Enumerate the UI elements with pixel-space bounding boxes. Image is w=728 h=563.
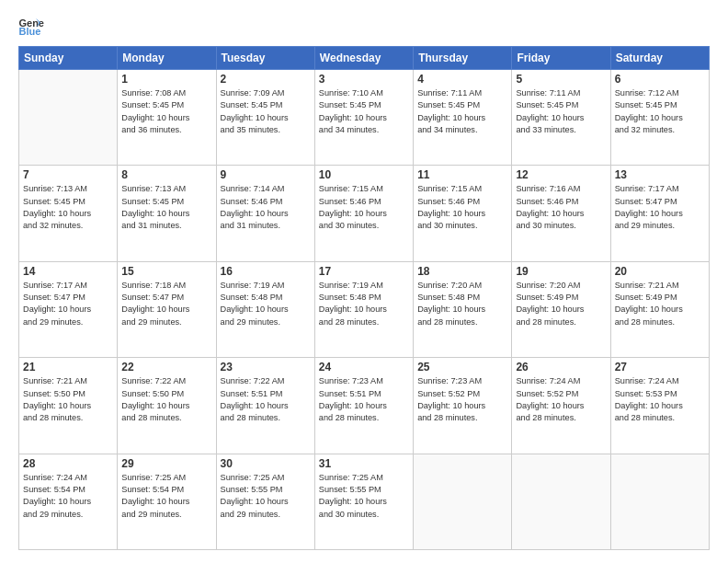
calendar-cell [610,454,709,549]
day-info: Sunrise: 7:10 AMSunset: 5:45 PMDaylight:… [319,87,409,136]
day-info: Sunrise: 7:25 AMSunset: 5:55 PMDaylight:… [319,472,409,521]
day-info: Sunrise: 7:21 AMSunset: 5:50 PMDaylight:… [23,375,113,424]
calendar-cell: 8Sunrise: 7:13 AMSunset: 5:45 PMDaylight… [118,166,216,261]
day-info: Sunrise: 7:11 AMSunset: 5:45 PMDaylight:… [516,87,606,136]
day-number: 20 [615,265,705,278]
day-number: 25 [417,361,507,373]
day-info: Sunrise: 7:14 AMSunset: 5:46 PMDaylight:… [221,183,311,232]
day-number: 2 [221,73,311,86]
calendar-cell: 18Sunrise: 7:20 AMSunset: 5:48 PMDayligh… [414,261,512,357]
day-info: Sunrise: 7:20 AMSunset: 5:48 PMDaylight:… [417,280,507,328]
calendar-cell: 17Sunrise: 7:19 AMSunset: 5:48 PMDayligh… [314,261,413,357]
calendar-cell: 20Sunrise: 7:21 AMSunset: 5:49 PMDayligh… [610,261,709,357]
weekday-header-sunday: Sunday [19,47,118,70]
calendar-cell: 26Sunrise: 7:24 AMSunset: 5:52 PMDayligh… [512,358,610,454]
day-info: Sunrise: 7:19 AMSunset: 5:48 PMDaylight:… [319,280,409,328]
calendar-cell [512,454,610,549]
day-number: 22 [121,361,211,373]
day-info: Sunrise: 7:16 AMSunset: 5:46 PMDaylight:… [516,183,606,232]
day-info: Sunrise: 7:24 AMSunset: 5:54 PMDaylight:… [23,472,113,521]
calendar-cell: 13Sunrise: 7:17 AMSunset: 5:47 PMDayligh… [610,166,709,261]
page: General Blue SundayMondayTuesdayWednesda… [0,0,728,563]
weekday-header-tuesday: Tuesday [216,47,314,70]
logo-icon: General Blue [18,17,44,37]
day-info: Sunrise: 7:25 AMSunset: 5:55 PMDaylight:… [221,472,311,521]
day-number: 17 [319,265,409,278]
calendar-cell: 11Sunrise: 7:15 AMSunset: 5:46 PMDayligh… [414,166,512,261]
svg-text:Blue: Blue [18,26,40,37]
calendar-cell: 2Sunrise: 7:09 AMSunset: 5:45 PMDaylight… [216,70,314,166]
calendar-cell: 3Sunrise: 7:10 AMSunset: 5:45 PMDaylight… [314,70,413,166]
day-number: 15 [121,265,211,278]
calendar-cell [19,70,118,166]
day-number: 28 [23,457,113,470]
day-info: Sunrise: 7:25 AMSunset: 5:54 PMDaylight:… [121,472,211,521]
calendar-cell: 30Sunrise: 7:25 AMSunset: 5:55 PMDayligh… [216,454,314,549]
day-info: Sunrise: 7:17 AMSunset: 5:47 PMDaylight:… [615,183,705,232]
calendar-body: 1Sunrise: 7:08 AMSunset: 5:45 PMDaylight… [19,70,710,550]
day-number: 4 [417,73,507,86]
header: General Blue [18,17,710,37]
weekday-header-monday: Monday [118,47,216,70]
calendar-cell: 9Sunrise: 7:14 AMSunset: 5:46 PMDaylight… [216,166,314,261]
day-info: Sunrise: 7:11 AMSunset: 5:45 PMDaylight:… [417,87,507,136]
weekday-header-saturday: Saturday [610,47,709,70]
day-number: 29 [121,457,211,470]
day-number: 23 [221,361,311,373]
day-number: 19 [516,265,606,278]
day-number: 14 [23,265,113,278]
logo: General Blue [18,17,48,37]
week-row-4: 28Sunrise: 7:24 AMSunset: 5:54 PMDayligh… [19,454,710,549]
calendar-cell: 25Sunrise: 7:23 AMSunset: 5:52 PMDayligh… [414,358,512,454]
calendar-cell: 29Sunrise: 7:25 AMSunset: 5:54 PMDayligh… [118,454,216,549]
day-info: Sunrise: 7:08 AMSunset: 5:45 PMDaylight:… [121,87,211,136]
calendar-cell: 21Sunrise: 7:21 AMSunset: 5:50 PMDayligh… [19,358,118,454]
day-number: 1 [121,73,211,86]
day-number: 18 [417,265,507,278]
day-number: 6 [615,73,705,86]
day-info: Sunrise: 7:22 AMSunset: 5:51 PMDaylight:… [221,375,311,424]
day-number: 16 [221,265,311,278]
calendar-cell: 28Sunrise: 7:24 AMSunset: 5:54 PMDayligh… [19,454,118,549]
day-number: 13 [615,168,705,181]
calendar-cell: 14Sunrise: 7:17 AMSunset: 5:47 PMDayligh… [19,261,118,357]
day-info: Sunrise: 7:18 AMSunset: 5:47 PMDaylight:… [121,280,211,328]
day-info: Sunrise: 7:17 AMSunset: 5:47 PMDaylight:… [23,280,113,328]
calendar-cell [414,454,512,549]
calendar-header: SundayMondayTuesdayWednesdayThursdayFrid… [19,47,710,70]
day-number: 27 [615,361,705,373]
day-info: Sunrise: 7:23 AMSunset: 5:52 PMDaylight:… [417,375,507,424]
day-info: Sunrise: 7:21 AMSunset: 5:49 PMDaylight:… [615,280,705,328]
calendar-cell: 12Sunrise: 7:16 AMSunset: 5:46 PMDayligh… [512,166,610,261]
calendar-cell: 10Sunrise: 7:15 AMSunset: 5:46 PMDayligh… [314,166,413,261]
weekday-header-wednesday: Wednesday [314,47,413,70]
calendar-cell: 7Sunrise: 7:13 AMSunset: 5:45 PMDaylight… [19,166,118,261]
day-info: Sunrise: 7:24 AMSunset: 5:52 PMDaylight:… [516,375,606,424]
calendar-cell: 6Sunrise: 7:12 AMSunset: 5:45 PMDaylight… [610,70,709,166]
calendar-cell: 1Sunrise: 7:08 AMSunset: 5:45 PMDaylight… [118,70,216,166]
day-info: Sunrise: 7:12 AMSunset: 5:45 PMDaylight:… [615,87,705,136]
calendar-cell: 24Sunrise: 7:23 AMSunset: 5:51 PMDayligh… [314,358,413,454]
day-info: Sunrise: 7:24 AMSunset: 5:53 PMDaylight:… [615,375,705,424]
week-row-0: 1Sunrise: 7:08 AMSunset: 5:45 PMDaylight… [19,70,710,166]
calendar-cell: 16Sunrise: 7:19 AMSunset: 5:48 PMDayligh… [216,261,314,357]
day-number: 3 [319,73,409,86]
weekday-row: SundayMondayTuesdayWednesdayThursdayFrid… [19,47,710,70]
day-number: 8 [121,168,211,181]
day-info: Sunrise: 7:13 AMSunset: 5:45 PMDaylight:… [23,183,113,232]
day-number: 9 [221,168,311,181]
day-number: 24 [319,361,409,373]
day-info: Sunrise: 7:20 AMSunset: 5:49 PMDaylight:… [516,280,606,328]
day-info: Sunrise: 7:23 AMSunset: 5:51 PMDaylight:… [319,375,409,424]
calendar-cell: 5Sunrise: 7:11 AMSunset: 5:45 PMDaylight… [512,70,610,166]
day-info: Sunrise: 7:15 AMSunset: 5:46 PMDaylight:… [417,183,507,232]
day-number: 21 [23,361,113,373]
calendar-cell: 23Sunrise: 7:22 AMSunset: 5:51 PMDayligh… [216,358,314,454]
day-info: Sunrise: 7:15 AMSunset: 5:46 PMDaylight:… [319,183,409,232]
day-info: Sunrise: 7:19 AMSunset: 5:48 PMDaylight:… [221,280,311,328]
calendar-cell: 22Sunrise: 7:22 AMSunset: 5:50 PMDayligh… [118,358,216,454]
day-number: 11 [417,168,507,181]
day-number: 12 [516,168,606,181]
day-number: 10 [319,168,409,181]
day-number: 26 [516,361,606,373]
